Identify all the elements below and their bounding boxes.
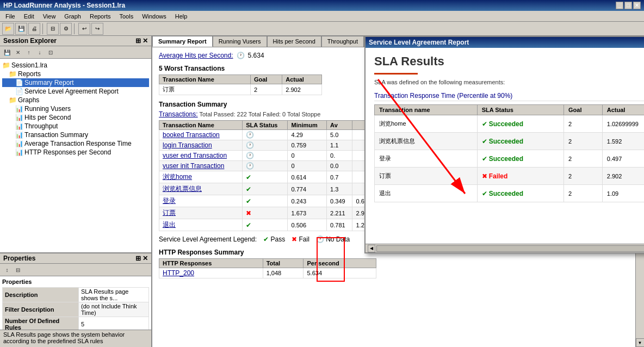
legend-fail: ✖ Fail — [292, 236, 309, 243]
trans-summary-icon: 📊 — [15, 131, 23, 139]
open-button[interactable]: 📂 — [2, 23, 14, 35]
throughput-icon: 📊 — [15, 122, 23, 130]
sla-row0-status: ✔ Succeeded — [477, 115, 564, 133]
graphs-label: Graphs — [18, 96, 39, 104]
wt-col-actual: Actual — [282, 75, 322, 84]
tree-reports[interactable]: 📁 Reports — [2, 70, 149, 78]
ts-row5-avg: 1.3 — [327, 183, 352, 195]
ts-row5-name[interactable]: 浏览机票信息 — [163, 185, 202, 193]
ts-row8-name[interactable]: 退出 — [163, 221, 176, 228]
props-key-filter: Filter Description — [3, 302, 79, 317]
legend-nodata: 🕐 No Data — [316, 236, 350, 243]
tab-throughput[interactable]: Throughput — [321, 36, 364, 47]
ts-row7-min: 1.673 — [288, 207, 327, 219]
sla-subtitle: SLA was defined on the following measure… — [374, 79, 644, 85]
transactions-link[interactable]: Transactions: — [159, 110, 198, 118]
menu-help[interactable]: Help — [172, 12, 191, 21]
sla-row4-actual: 1.09 — [602, 185, 644, 202]
tab-hits-per-second[interactable]: Hits per Second — [267, 36, 321, 47]
print-button[interactable]: 🖨 — [28, 23, 40, 35]
props-filter-btn[interactable]: ⊟ — [13, 265, 23, 275]
close-button[interactable]: ✕ — [633, 2, 641, 9]
properties-toolbar: ↕ ⊟ — [0, 264, 151, 276]
tree-session[interactable]: 📁 Session1.lra — [2, 61, 149, 70]
tree-summary-report[interactable]: 📄 Summary Report — [2, 78, 149, 87]
ts-row6-pass-icon: ✔ — [246, 197, 251, 205]
settings-button[interactable]: ⚙ — [60, 23, 72, 35]
running-vusers-icon: 📊 — [15, 105, 23, 113]
undo-button[interactable]: ↩ — [78, 23, 90, 35]
ts-row4-name[interactable]: 浏览home — [163, 173, 192, 181]
wt-goal: 2 — [250, 84, 282, 95]
menu-bar: File Edit View Graph Reports Tools Windo… — [0, 11, 644, 22]
menu-reports[interactable]: Reports — [86, 12, 114, 21]
table-row: 浏览机票信息 ✔ Succeeded 2 1.592 — [375, 133, 645, 150]
window-controls[interactable]: _ □ ✕ — [616, 2, 641, 9]
maximize-button[interactable]: □ — [624, 2, 632, 9]
session-toolbar-btn2[interactable]: ✕ — [13, 47, 23, 57]
session-toolbar-btn3[interactable]: ↑ — [24, 47, 34, 57]
properties-controls[interactable]: ⊞ ✕ — [135, 255, 148, 262]
tree-transaction-summary[interactable]: 📊 Transaction Summary — [2, 131, 149, 139]
sla-section-title: Transaction Response Time (Percentile at… — [374, 92, 644, 101]
tree-http-responses[interactable]: 📊 HTTP Responses per Second — [2, 148, 149, 157]
session-toolbar-btn5[interactable]: ⊡ — [46, 47, 55, 57]
ts-row8-avg: 0.781 — [327, 219, 352, 231]
session-toolbar-btn1[interactable]: 💾 — [2, 47, 12, 57]
tab-summary-report[interactable]: Summary Report — [152, 36, 213, 47]
sla-row4-name: 退出 — [375, 185, 478, 202]
ts-col-name: Transaction Name — [159, 121, 243, 130]
table-row: 退出 ✔ Succeeded 2 1.09 — [375, 185, 645, 202]
tree-throughput[interactable]: 📊 Throughput — [2, 122, 149, 131]
save-button[interactable]: 💾 — [15, 23, 27, 35]
props-sort-btn[interactable]: ↕ — [2, 265, 12, 275]
session-explorer-toolbar: 💾 ✕ ↑ ↓ ⊡ — [0, 46, 151, 59]
ts-row3-name[interactable]: vuser init Transaction — [163, 162, 224, 170]
session-toolbar-btn4[interactable]: ↓ — [35, 47, 45, 57]
sla-horizontal-scroll[interactable]: ◀ ▶ — [366, 244, 644, 252]
menu-edit[interactable]: Edit — [21, 12, 38, 21]
sla-row0-goal: 2 — [564, 115, 603, 133]
ts-row6-name[interactable]: 登录 — [163, 197, 176, 205]
tab-running-vusers[interactable]: Running Vusers — [213, 36, 267, 47]
properties-status: SLA Results page shows the system behavi… — [0, 330, 151, 347]
avg-hits-link[interactable]: Average Hits per Second: — [159, 52, 233, 59]
sla-row2-actual: 0.497 — [602, 150, 644, 168]
hits-label: Hits per Second — [24, 114, 71, 121]
menu-windows[interactable]: Windows — [139, 12, 170, 21]
avg-response-icon: 📊 — [15, 140, 23, 147]
ts-row1-name[interactable]: login Transaction — [163, 141, 212, 149]
properties-table: Description SLA Results page shows the s… — [2, 287, 149, 332]
http-row0-persecond: 5.634 — [304, 268, 376, 278]
sla-row3-name: 订票 — [375, 168, 478, 185]
tree-running-vusers[interactable]: 📊 Running Vusers — [2, 104, 149, 113]
ts-row7-name[interactable]: 订票 — [163, 209, 176, 216]
minimize-button[interactable]: _ — [616, 2, 623, 9]
redo-button[interactable]: ↪ — [91, 23, 103, 35]
tree-sla-report[interactable]: 📄 Service Level Agreement Report — [2, 87, 149, 96]
session-explorer-controls[interactable]: ⊞ ✕ — [135, 37, 148, 45]
table-row: HTTP_200 1,048 5.634 — [159, 268, 376, 278]
menu-graph[interactable]: Graph — [61, 12, 84, 21]
ts-row2-name[interactable]: vuser end Transaction — [163, 152, 227, 159]
scroll-down-button[interactable]: ▼ — [636, 338, 645, 347]
filter-button[interactable]: ⊟ — [47, 23, 59, 35]
sla-scroll-left[interactable]: ◀ — [368, 245, 375, 252]
ts-row0-name[interactable]: booked Transaction — [163, 131, 220, 139]
tree-hits-per-second[interactable]: 📊 Hits per Second — [2, 113, 149, 122]
tree-avg-response[interactable]: 📊 Average Transaction Response Time — [2, 139, 149, 148]
menu-view[interactable]: View — [40, 12, 59, 21]
sla-row1-status: ✔ Succeeded — [477, 133, 564, 150]
wt-col-name: Transaction Name — [159, 75, 251, 84]
table-row: 订票 2 2.902 — [159, 84, 322, 95]
legend-pass: ✔ Pass — [263, 236, 285, 243]
menu-tools[interactable]: Tools — [116, 12, 137, 21]
ts-row4-min: 0.614 — [288, 171, 327, 183]
sla-row1-actual: 1.592 — [602, 133, 644, 150]
menu-file[interactable]: File — [2, 12, 18, 21]
http-row0-name[interactable]: HTTP_200 — [163, 269, 194, 277]
tree-graphs[interactable]: 📁 Graphs — [2, 96, 149, 104]
ts-row6-min: 0.243 — [288, 195, 327, 207]
http-table: HTTP Responses Total Per second HTTP_200… — [159, 258, 376, 278]
sla-scroll-hthumb[interactable] — [376, 245, 644, 252]
